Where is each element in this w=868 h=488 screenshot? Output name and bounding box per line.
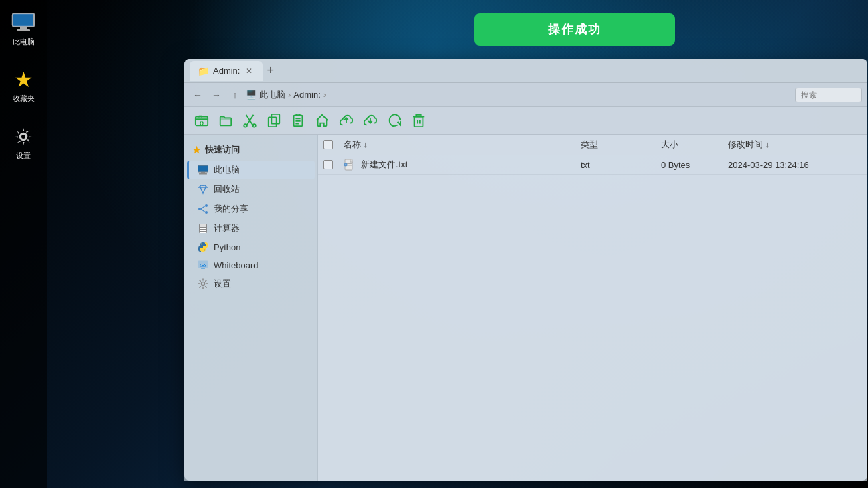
delete-button[interactable] [409,111,428,130]
sidebar-label-settings: 设置 [214,278,231,290]
desktop: 此电脑 ★ 收藏夹 [0,0,868,488]
svg-rect-33 [201,268,205,269]
sidebar-label-this-pc: 此电脑 [214,164,240,176]
calculator-icon [198,223,208,234]
svg-rect-21 [200,224,206,227]
svg-point-30 [201,244,202,245]
sidebar-item-calculator[interactable]: 计算器 [187,219,315,238]
nav-forward-button[interactable]: → [208,87,224,103]
col-type-label: 类型 [581,139,598,151]
row-type-value: txt [581,160,590,170]
tab-admin[interactable]: 📁 Admin: ✕ [190,61,263,81]
col-modified-header[interactable]: 修改时间 ↓ [728,139,862,151]
sidebar-item-python[interactable]: Python [187,238,315,256]
svg-rect-13 [415,117,423,127]
svg-rect-27 [204,230,206,231]
select-all-checkbox[interactable] [323,140,333,149]
sidebar-item-this-pc[interactable]: 此电脑 [187,161,315,179]
sync-down-button[interactable] [361,111,380,130]
svg-rect-2 [20,27,27,29]
open-folder-button[interactable] [216,111,235,130]
nav-back-button[interactable]: ← [190,87,206,103]
sidebar-item-my-share[interactable]: 我的分享 [187,199,315,218]
paste-button[interactable] [289,111,307,130]
svg-point-19 [198,208,201,210]
refresh-button[interactable] [385,111,404,130]
svg-rect-3 [17,29,30,31]
svg-rect-11 [269,117,277,127]
copy-button[interactable] [265,111,283,130]
taskbar-item-favorites[interactable]: ★ 收藏夹 [7,64,40,107]
svg-rect-0 [13,13,34,27]
quick-access-title[interactable]: ★ 快速访问 [184,140,317,160]
quick-access-arrow: ★ [192,145,201,155]
file-manager-window: 📁 Admin: ✕ + ← → ↑ 🖥️ 此电脑 › Admin: › [184,59,867,481]
notification-text: 操作成功 [548,23,601,36]
recycle-icon [198,184,208,195]
txt-file-icon [344,159,356,171]
svg-rect-38 [346,167,350,167]
taskbar-label-favorites: 收藏夹 [13,94,35,103]
new-folder-button[interactable] [192,111,211,130]
row-size-cell: 0 Bytes [661,160,728,170]
col-name-header[interactable]: 名称 ↓ [344,139,581,151]
sidebar-label-calculator: 计算器 [214,222,240,234]
svg-rect-15 [201,172,205,173]
search-input[interactable] [795,88,862,102]
col-type-header[interactable]: 类型 [581,139,661,151]
share-icon [198,204,208,214]
svg-point-9 [252,124,256,127]
svg-rect-23 [202,228,204,229]
row-size-value: 0 Bytes [661,160,690,170]
row-checkbox[interactable] [323,160,333,169]
svg-point-34 [202,282,205,286]
tab-folder-icon: 📁 [198,66,209,76]
svg-rect-25 [200,230,202,231]
breadcrumb: 🖥️ 此电脑 › Admin: › [246,89,792,101]
home-button[interactable] [313,111,332,130]
sidebar-label-whiteboard: Whiteboard [214,260,258,270]
svg-rect-10 [271,114,279,124]
gear-icon [11,125,35,149]
settings-icon [198,278,208,289]
quick-access-label: 快速访问 [205,144,240,156]
svg-rect-16 [199,173,207,175]
cut-button[interactable] [240,111,259,130]
tab-add-button[interactable]: + [263,64,278,78]
taskbar-item-settings[interactable]: 设置 [7,120,40,164]
tab-close-button[interactable]: ✕ [244,66,255,76]
col-size-label: 大小 [661,139,678,151]
taskbar-item-this-pc[interactable]: 此电脑 [7,7,40,50]
col-name-label: 名称 ↓ [344,139,368,151]
svg-rect-28 [200,232,204,233]
svg-rect-29 [204,232,206,233]
sidebar-item-whiteboard[interactable]: Whiteboard [187,256,315,274]
sidebar: ★ 快速访问 此电脑 [184,135,318,481]
main-content: ★ 快速访问 此电脑 [184,135,867,481]
svg-point-5 [21,134,26,139]
computer-breadcrumb-icon: 🖥️ [246,90,257,100]
breadcrumb-admin[interactable]: Admin: [293,90,320,100]
col-size-header[interactable]: 大小 [661,139,728,151]
tab-label: Admin: [213,66,240,76]
notification-bar: 操作成功 [474,13,675,46]
sidebar-item-settings[interactable]: 设置 [187,274,315,293]
col-checkbox-header[interactable] [323,139,344,151]
sidebar-item-recycle[interactable]: 回收站 [187,180,315,199]
computer-icon [11,11,35,35]
row-name-cell: 新建文件.txt [344,159,581,171]
row-type-cell: txt [581,160,661,170]
nav-up-button[interactable]: ↑ [227,87,243,103]
address-bar: ← → ↑ 🖥️ 此电脑 › Admin: › [184,83,867,107]
breadcrumb-this-pc[interactable]: 此电脑 [259,89,285,101]
sync-up-button[interactable] [337,111,356,130]
table-row[interactable]: 新建文件.txt txt 0 Bytes 2024-03-29 13:24:16 [318,155,867,175]
sidebar-label-my-share: 我的分享 [214,203,248,215]
row-modified-cell: 2024-03-29 13:24:16 [728,160,862,170]
file-list: 名称 ↓ 类型 大小 修改时间 ↓ [318,135,867,481]
python-icon [198,242,208,252]
whiteboard-icon [198,260,208,270]
svg-point-18 [205,211,208,214]
col-modified-label: 修改时间 ↓ [728,139,770,151]
row-file-name: 新建文件.txt [361,159,407,171]
